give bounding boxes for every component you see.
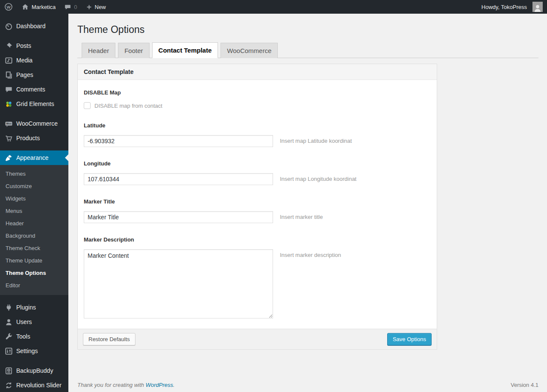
submenu-menus[interactable]: Menus (0, 205, 68, 217)
grid-elements-icon (4, 100, 13, 108)
comments-shortcut[interactable]: 0 (60, 0, 81, 14)
longitude-input[interactable] (84, 173, 273, 185)
sidebar-label: Products (16, 135, 40, 141)
sidebar-label: Tools (16, 333, 30, 340)
submenu-themes[interactable]: Themes (0, 168, 68, 180)
appearance-submenu: Themes Customize Widgets Menus Header Ba… (0, 165, 68, 295)
site-link[interactable]: Marketica (17, 0, 60, 14)
sidebar-label: Settings (16, 348, 38, 354)
sidebar-item-posts[interactable]: Posts (0, 38, 68, 53)
marker-title-hint: Insert marker title (280, 211, 323, 220)
user-icon (4, 318, 13, 326)
avatar (532, 2, 543, 12)
contact-template-panel: Contact Template DISABLE Map DISABLE map… (77, 64, 437, 350)
howdy-text: Howdy, TokoPress (482, 4, 527, 10)
submenu-theme-options[interactable]: Theme Options (0, 267, 68, 279)
sidebar-label: Plugins (16, 304, 36, 311)
disable-map-field: DISABLE Map DISABLE map from contact (84, 89, 431, 109)
version-text: Version 4.1 (511, 382, 538, 388)
sidebar-label: Appearance (16, 154, 49, 161)
disable-map-checkbox-label[interactable]: DISABLE map from contact (94, 103, 162, 109)
sidebar-item-tools[interactable]: Tools (0, 329, 68, 344)
tab-bar: Header Footer Contact Template WooCommer… (77, 42, 538, 58)
restore-defaults-button[interactable]: Restore Defaults (83, 333, 135, 345)
sidebar-item-products[interactable]: Products (0, 131, 68, 145)
submenu-background[interactable]: Background (0, 230, 68, 242)
longitude-hint: Insert map Longitude koordinat (280, 173, 356, 182)
sidebar-item-users[interactable]: Users (0, 315, 68, 329)
marker-description-hint: Insert marker description (280, 249, 341, 258)
sidebar-item-pages[interactable]: Pages (0, 68, 68, 82)
sidebar-label: Media (16, 57, 32, 64)
sidebar-label: BackupBuddy (16, 367, 53, 374)
wrench-icon (4, 332, 13, 341)
site-name: Marketica (32, 4, 56, 10)
sidebar-label: Grid Elements (16, 100, 54, 107)
tab-contact-template[interactable]: Contact Template (152, 42, 218, 58)
submenu-widgets[interactable]: Widgets (0, 192, 68, 205)
comment-count: 0 (74, 4, 77, 10)
disable-map-label: DISABLE Map (84, 89, 431, 96)
new-content-menu[interactable]: New (82, 0, 110, 14)
latitude-hint: Insert map Latitude koordinat (280, 135, 352, 144)
sidebar-label: Pages (16, 71, 33, 78)
submenu-theme-update[interactable]: Theme Update (0, 254, 68, 267)
sidebar-item-revolution-slider[interactable]: Revolution Slider (0, 378, 68, 392)
sidebar-item-grid-elements[interactable]: Grid Elements (0, 97, 68, 111)
page-title: Theme Options (77, 14, 538, 36)
comments-icon (4, 85, 13, 94)
sidebar-item-comments[interactable]: Comments (0, 82, 68, 97)
sidebar-label: Revolution Slider (16, 382, 62, 389)
panel-body: DISABLE Map DISABLE map from contact Lat… (78, 80, 437, 329)
tab-footer[interactable]: Footer (118, 43, 149, 58)
marker-title-field: Marker Title Insert marker title (84, 198, 431, 223)
home-icon (21, 3, 29, 11)
woocommerce-icon: Woo (4, 119, 13, 128)
save-options-button[interactable]: Save Options (387, 333, 432, 345)
marker-title-input[interactable] (84, 211, 273, 223)
latitude-input[interactable] (84, 135, 273, 147)
disable-map-checkbox-row[interactable]: DISABLE map from contact (84, 102, 431, 109)
latitude-label: Latitude (84, 122, 431, 129)
wordpress-menu[interactable]: W (0, 0, 17, 14)
sidebar-item-woocommerce[interactable]: Woo WooCommerce (0, 116, 68, 131)
sidebar-item-media[interactable]: Media (0, 53, 68, 68)
howdy-account-menu[interactable]: Howdy, TokoPress (477, 2, 544, 12)
admin-content: Theme Options Header Footer Contact Temp… (68, 14, 547, 392)
sidebar-label: Comments (16, 86, 45, 93)
dashboard-icon (4, 22, 13, 30)
sidebar-item-settings[interactable]: Settings (0, 344, 68, 358)
page-footer: Thank you for creating with WordPress. V… (77, 382, 538, 388)
latitude-field: Latitude Insert map Latitude koordinat (84, 122, 431, 147)
wordpress-link[interactable]: WordPress (146, 382, 173, 388)
sidebar-item-backupbuddy[interactable]: BackupBuddy (0, 363, 68, 378)
submenu-theme-check[interactable]: Theme Check (0, 242, 68, 254)
marker-description-field: Marker Description Marker Content Insert… (84, 236, 431, 318)
marker-description-textarea[interactable]: Marker Content (84, 249, 273, 318)
longitude-label: Longitude (84, 160, 431, 167)
panel-header: Contact Template (78, 64, 437, 80)
sidebar-item-plugins[interactable]: Plugins (0, 300, 68, 315)
submenu-customize[interactable]: Customize (0, 180, 68, 192)
sidebar-label: Dashboard (16, 23, 46, 29)
longitude-field: Longitude Insert map Longitude koordinat (84, 160, 431, 185)
wordpress-logo-icon: W (4, 3, 13, 11)
pushpin-icon (4, 41, 13, 50)
marker-title-label: Marker Title (84, 198, 431, 205)
submenu-editor[interactable]: Editor (0, 279, 68, 292)
tab-header[interactable]: Header (82, 43, 115, 58)
disable-map-checkbox[interactable] (84, 102, 91, 109)
new-label: New (95, 4, 106, 10)
svg-text:W: W (7, 5, 11, 9)
tab-woocommerce[interactable]: WooCommerce (221, 43, 278, 58)
settings-sliders-icon (4, 347, 13, 355)
submenu-header[interactable]: Header (0, 217, 68, 230)
comment-bubble-icon (64, 3, 71, 11)
sidebar-item-dashboard[interactable]: Dashboard (0, 19, 68, 33)
sidebar-item-appearance[interactable]: Appearance (0, 150, 68, 165)
svg-text:Woo: Woo (6, 122, 12, 125)
sidebar-label: Users (16, 318, 32, 325)
plugin-icon (4, 303, 13, 312)
footer-thanks-suffix: . (173, 382, 175, 388)
footer-thanks-prefix: Thank you for creating with (77, 382, 146, 388)
